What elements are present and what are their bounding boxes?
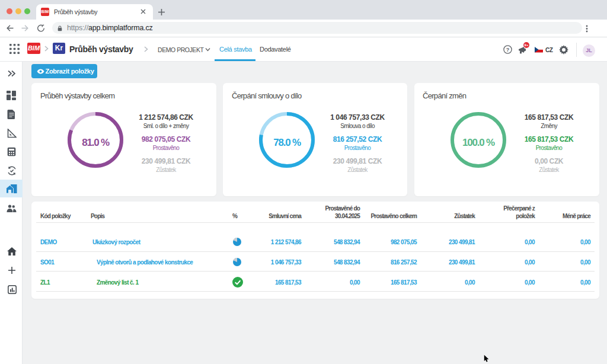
svg-text:81.0 %: 81.0 % bbox=[82, 137, 110, 148]
svg-text:78.0 %: 78.0 % bbox=[273, 137, 301, 148]
svg-text:?: ? bbox=[506, 47, 510, 53]
